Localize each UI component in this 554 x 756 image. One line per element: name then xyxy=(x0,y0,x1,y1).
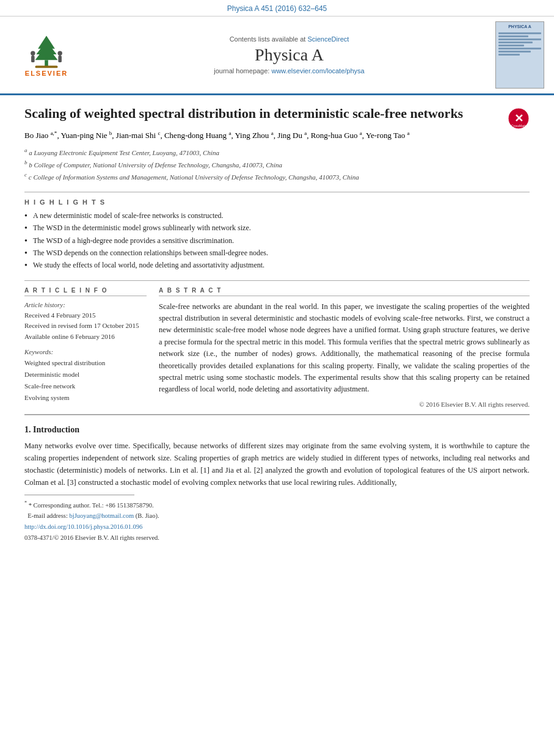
footnote-divider xyxy=(24,495,134,495)
email-line: E-mail address: bjJuoyang@hotmail.com (B… xyxy=(24,511,530,522)
issn-line: 0378-4371/© 2016 Elsevier B.V. All right… xyxy=(24,532,530,543)
svg-point-7 xyxy=(57,51,62,56)
affiliation-b: b b College of Computer, National Univer… xyxy=(24,158,530,170)
revised-date: Received in revised form 17 October 2015 xyxy=(24,321,147,332)
abstract-title: A B S T R A C T xyxy=(159,287,530,296)
svg-text:✕: ✕ xyxy=(514,112,523,125)
paper-title: Scaling of weighted spectral distributio… xyxy=(24,105,530,123)
article-info-column: A R T I C L E I N F O Article history: R… xyxy=(24,287,147,408)
highlight-item-1: A new deterministic model of scale-free … xyxy=(24,209,530,222)
svg-rect-8 xyxy=(58,56,62,62)
keyword-3: Scale-free network xyxy=(24,380,147,392)
affiliation-c: c c College of Information Systems and M… xyxy=(24,170,530,183)
journal-doi-header: Physica A 451 (2016) 632–645 xyxy=(0,0,554,16)
journal-center: Contents lists available at ScienceDirec… xyxy=(83,35,495,75)
available-date: Available online 6 February 2016 xyxy=(24,332,147,343)
article-history: Article history: Received 4 February 201… xyxy=(24,301,147,343)
highlight-item-2: The WSD in the deterministic model grows… xyxy=(24,222,530,234)
journal-homepage-line: journal homepage: www.elsevier.com/locat… xyxy=(83,67,495,75)
history-label: Article history: xyxy=(24,301,147,308)
doi-header-link[interactable]: Physica A 451 (2016) 632–645 xyxy=(227,4,327,13)
highlights-title: H I G H L I G H T S xyxy=(24,198,530,206)
received-date: Received 4 February 2015 xyxy=(24,310,147,321)
article-info-abstract: A R T I C L E I N F O Article history: R… xyxy=(24,287,530,408)
highlight-item-3: The WSD of a high-degree node provides a… xyxy=(24,234,530,247)
divider-3 xyxy=(24,414,530,415)
abstract-column: A B S T R A C T Scale-free networks are … xyxy=(159,287,530,408)
journal-cover-image: PHYSICA A xyxy=(495,21,544,89)
sciencedirect-link[interactable]: ScienceDirect xyxy=(307,35,349,43)
svg-text:CrossMark: CrossMark xyxy=(511,124,527,128)
elsevier-logo: ELSEVIER xyxy=(10,33,83,77)
divider-1 xyxy=(24,192,530,192)
svg-rect-1 xyxy=(35,66,58,68)
doi-link[interactable]: http://dx.doi.org/10.1016/j.physa.2016.0… xyxy=(24,523,142,530)
keyword-4: Evolving system xyxy=(24,392,147,404)
main-content: ✕ CrossMark Scaling of weighted spectral… xyxy=(0,95,554,553)
keywords-section: Keywords: Weighted spectral distribution… xyxy=(24,348,147,403)
highlight-item-5: We study the effects of local world, nod… xyxy=(24,259,530,271)
journal-homepage-link[interactable]: www.elsevier.com/locate/physa xyxy=(271,67,364,75)
cover-decorative-lines xyxy=(498,31,541,57)
doi-line: http://dx.doi.org/10.1016/j.physa.2016.0… xyxy=(24,522,530,532)
journal-header: ELSEVIER Contents lists available at Sci… xyxy=(0,16,554,95)
affiliations: a a Luoyang Electronic Equipment Test Ce… xyxy=(24,146,530,183)
intro-section-title: 1. Introduction xyxy=(24,425,530,435)
divider-2 xyxy=(24,280,530,281)
introduction-section: 1. Introduction Many networks evolve ove… xyxy=(24,425,530,489)
keywords-list: Weighted spectral distribution Determini… xyxy=(24,357,147,403)
cover-journal-title: PHYSICA A xyxy=(508,24,531,29)
svg-rect-6 xyxy=(31,56,35,62)
abstract-text: Scale-free networks are abundant in the … xyxy=(159,301,530,396)
keywords-label: Keywords: xyxy=(24,348,147,355)
intro-paragraph-1: Many networks evolve over time. Specific… xyxy=(24,440,530,489)
author-email-link[interactable]: bjJuoyang@hotmail.com xyxy=(69,512,134,519)
corresponding-author: * * Corresponding author. Tel.: +86 1513… xyxy=(24,499,530,511)
journal-name: Physica A xyxy=(83,45,495,65)
affiliation-a: a a Luoyang Electronic Equipment Test Ce… xyxy=(24,146,530,158)
highlight-item-4: The WSD depends on the connection relati… xyxy=(24,247,530,259)
footnotes: * * Corresponding author. Tel.: +86 1513… xyxy=(24,499,530,543)
svg-point-5 xyxy=(31,51,35,56)
crossmark-badge: ✕ CrossMark xyxy=(508,107,530,132)
conjunction-and: and xyxy=(212,466,223,474)
authors-line: Bo Jiao a,*, Yuan-ping Nie b, Jian-mai S… xyxy=(24,129,530,142)
paper-title-section: ✕ CrossMark Scaling of weighted spectral… xyxy=(24,105,530,123)
keyword-2: Deterministic model xyxy=(24,369,147,380)
elsevier-brand-text: ELSEVIER xyxy=(25,70,68,77)
contents-available: Contents lists available at ScienceDirec… xyxy=(83,35,495,43)
article-info-title: A R T I C L E I N F O xyxy=(24,287,147,296)
keyword-1: Weighted spectral distribution xyxy=(24,357,147,369)
highlights-list: A new deterministic model of scale-free … xyxy=(24,209,530,272)
copyright-notice: © 2016 Elsevier B.V. All rights reserved… xyxy=(159,401,530,408)
highlights-section: H I G H L I G H T S A new deterministic … xyxy=(24,198,530,272)
